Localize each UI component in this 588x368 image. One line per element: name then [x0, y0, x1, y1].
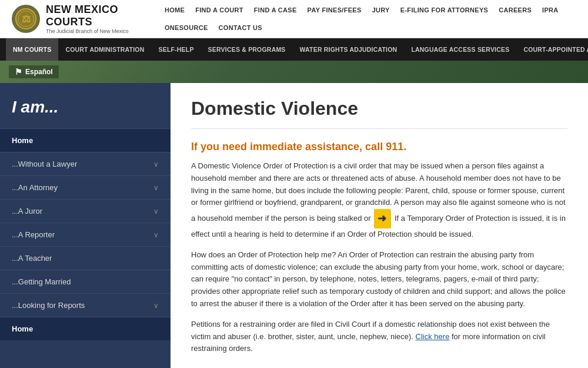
- sidebar-item-juror[interactable]: ...A Juror ∨: [0, 199, 171, 223]
- sec-nav-self-help[interactable]: SELF-HELP: [151, 38, 201, 61]
- nav-careers[interactable]: CAREERS: [499, 6, 532, 14]
- sec-nav-language-access[interactable]: LANGUAGE ACCESS SERVICES: [404, 38, 516, 61]
- nav-efiling[interactable]: E-FILING FOR ATTORNEYS: [400, 6, 488, 14]
- sidebar-item-teacher-label: ...A Teacher: [12, 254, 52, 263]
- sidebar-title: I am...: [0, 83, 171, 128]
- yellow-arrow-icon: ➜: [374, 209, 391, 228]
- chevron-down-icon: ∨: [153, 207, 159, 216]
- paragraph-1: A Domestic Violence Order of Protection …: [191, 160, 567, 241]
- chevron-down-icon: ∨: [153, 160, 159, 168]
- nav-ipra[interactable]: IPRA: [542, 6, 558, 14]
- chevron-down-icon: ∨: [153, 301, 159, 310]
- sidebar-item-bottom-home[interactable]: Home: [0, 317, 171, 340]
- sidebar-item-reporter-label: ...A Reporter: [12, 230, 55, 239]
- paragraph-2: How does an Order of Protection help me?…: [191, 249, 567, 310]
- sec-nav-services[interactable]: SERVICES & PROGRAMS: [201, 38, 293, 61]
- logo-area: ⚖ NEW MEXICO COURTS The Judicial Branch …: [12, 4, 165, 34]
- sidebar-item-attorney-label: ...An Attorney: [12, 183, 58, 192]
- flag-icon: ⚑: [15, 67, 22, 77]
- logo-text: NEW MEXICO COURTS The Judicial Branch of…: [46, 4, 165, 34]
- sidebar-item-attorney[interactable]: ...An Attorney ∨: [0, 175, 171, 199]
- nav-onesource[interactable]: ONESOURCE: [165, 24, 208, 31]
- sidebar-item-married-label: ...Getting Married: [12, 277, 71, 286]
- sidebar-item-married[interactable]: ...Getting Married: [0, 270, 171, 293]
- sidebar-item-teacher[interactable]: ...A Teacher: [0, 246, 171, 270]
- sidebar-item-home-label: Home: [12, 136, 33, 145]
- nav-find-case[interactable]: FIND A CASE: [254, 6, 297, 14]
- sidebar-item-juror-label: ...A Juror: [12, 207, 42, 216]
- sec-nav-nmcourts[interactable]: NM COURTS: [6, 38, 58, 61]
- logo-icon: ⚖: [12, 5, 40, 33]
- main-nav-links: HOME FIND A COURT FIND A CASE PAY FINES/…: [165, 6, 576, 31]
- espanol-button[interactable]: ⚑ Español: [9, 65, 59, 78]
- svg-text:⚖: ⚖: [22, 14, 31, 25]
- chevron-down-icon: ∨: [153, 184, 159, 192]
- paragraph-3: Petitions for a restraining order are fi…: [191, 319, 567, 355]
- sidebar-item-reports[interactable]: ...Looking for Reports ∨: [0, 293, 171, 317]
- sec-nav-water-rights[interactable]: WATER RIGHTS ADJUDICATION: [293, 38, 405, 61]
- top-navigation: ⚖ NEW MEXICO COURTS The Judicial Branch …: [0, 0, 588, 38]
- chevron-down-icon: ∨: [153, 231, 159, 239]
- secondary-navigation: NM COURTS COURT ADMINISTRATION SELF-HELP…: [0, 38, 588, 61]
- nav-find-court[interactable]: FIND A COURT: [195, 6, 243, 14]
- page-title: Domestic Violence: [191, 98, 567, 120]
- sidebar-item-reports-label: ...Looking for Reports: [12, 301, 85, 310]
- click-here-link[interactable]: Click here: [416, 332, 450, 341]
- urgent-heading: If you need immediate assistance, call 9…: [191, 141, 567, 153]
- nav-pay-fines[interactable]: PAY FINES/FEES: [308, 6, 362, 14]
- espanol-label: Español: [25, 68, 53, 76]
- sidebar-item-reporter[interactable]: ...A Reporter ∨: [0, 223, 171, 246]
- nav-home[interactable]: HOME: [165, 6, 185, 14]
- site-subtitle: The Judicial Branch of New Mexico: [46, 28, 165, 34]
- page-body: I am... Home ...Without a Lawyer ∨ ...An…: [0, 83, 588, 368]
- sidebar-item-home[interactable]: Home: [0, 128, 171, 152]
- sec-nav-court-admin[interactable]: COURT ADMINISTRATION: [58, 38, 151, 61]
- divider: [191, 128, 567, 129]
- main-content: Domestic Violence If you need immediate …: [171, 83, 588, 368]
- nav-contact[interactable]: CONTACT US: [219, 24, 262, 31]
- hero-strip: ⚑ Español: [0, 61, 588, 83]
- sidebar: I am... Home ...Without a Lawyer ∨ ...An…: [0, 83, 171, 368]
- arrow-highlight: ➜: [373, 209, 392, 228]
- sidebar-item-without-lawyer[interactable]: ...Without a Lawyer ∨: [0, 152, 171, 175]
- sec-nav-court-appointed[interactable]: COURT-APPOINTED ATTORNEYS: [516, 38, 588, 61]
- sidebar-item-without-lawyer-label: ...Without a Lawyer: [12, 160, 77, 168]
- nav-jury[interactable]: JURY: [372, 6, 390, 14]
- site-title: NEW MEXICO COURTS: [46, 4, 165, 28]
- sidebar-item-bottom-home-label: Home: [12, 324, 33, 333]
